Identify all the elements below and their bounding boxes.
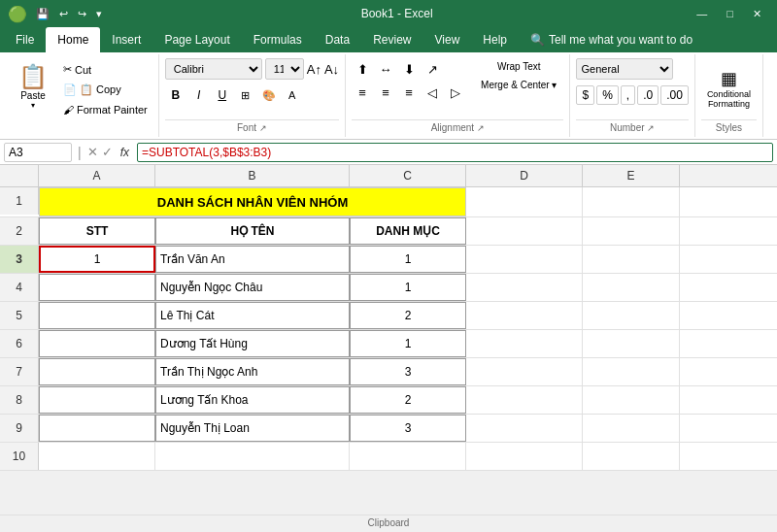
redo-icon[interactable]: ↪ bbox=[75, 7, 89, 21]
cell-9b[interactable]: Nguyễn Thị Loan bbox=[155, 415, 350, 442]
orientation-button[interactable]: ↗ bbox=[422, 58, 443, 80]
align-center-button[interactable]: ≡ bbox=[375, 82, 396, 103]
tab-page-layout[interactable]: Page Layout bbox=[152, 27, 241, 52]
cell-6d[interactable] bbox=[466, 330, 583, 357]
cell-7b[interactable]: Trần Thị Ngọc Anh bbox=[155, 358, 350, 385]
font-color-button[interactable]: A bbox=[282, 84, 303, 106]
cell-7d[interactable] bbox=[466, 358, 583, 385]
cell-9e[interactable] bbox=[583, 415, 680, 442]
cell-6c[interactable]: 1 bbox=[350, 330, 466, 357]
format-painter-button[interactable]: 🖌 Format Painter bbox=[58, 101, 152, 118]
cell-5d[interactable] bbox=[466, 302, 583, 329]
cell-10e[interactable] bbox=[583, 443, 680, 470]
font-size-select[interactable]: 11 bbox=[265, 58, 304, 80]
row-num-8[interactable]: 8 bbox=[0, 386, 39, 414]
maximize-btn[interactable]: □ bbox=[719, 6, 741, 22]
decimal-decrease-button[interactable]: .00 bbox=[660, 85, 689, 105]
cell-10c[interactable] bbox=[350, 443, 466, 470]
cell-4a[interactable] bbox=[39, 274, 155, 301]
tab-data[interactable]: Data bbox=[314, 27, 361, 52]
cell-8b[interactable]: Lương Tấn Khoa bbox=[155, 386, 350, 414]
cell-6b[interactable]: Dương Tất Hùng bbox=[155, 330, 350, 357]
cell-3a[interactable]: 1 bbox=[39, 246, 155, 273]
col-header-c[interactable]: C bbox=[350, 165, 466, 186]
customize-icon[interactable]: ▾ bbox=[93, 7, 105, 21]
percent-button[interactable]: % bbox=[596, 85, 619, 105]
col-header-a[interactable]: A bbox=[39, 165, 155, 186]
confirm-icon[interactable]: ✓ bbox=[102, 145, 113, 159]
title-cell[interactable]: DANH SÁCH NHÂN VIÊN NHÓM bbox=[39, 187, 466, 216]
tab-formulas[interactable]: Formulas bbox=[242, 27, 314, 52]
cell-6a[interactable] bbox=[39, 330, 155, 357]
cell-4b[interactable]: Nguyễn Ngọc Châu bbox=[155, 274, 350, 301]
cell-8a[interactable] bbox=[39, 386, 155, 414]
row-num-3[interactable]: 3 bbox=[0, 246, 39, 273]
cell-6e[interactable] bbox=[583, 330, 680, 357]
col-header-b[interactable]: B bbox=[155, 165, 350, 186]
cell-9c[interactable]: 3 bbox=[350, 415, 466, 442]
tab-home[interactable]: Home bbox=[46, 27, 100, 52]
italic-button[interactable]: I bbox=[188, 84, 210, 106]
conditional-formatting-button[interactable]: ▦ Conditional Formatting bbox=[701, 60, 757, 116]
cell-5a[interactable] bbox=[39, 302, 155, 329]
wrap-text-button[interactable]: Wrap Text bbox=[474, 58, 563, 75]
font-family-select[interactable]: Calibri bbox=[165, 58, 262, 80]
align-middle-button[interactable]: ↔ bbox=[375, 58, 396, 80]
cell-7e[interactable] bbox=[583, 358, 680, 385]
indent-decrease-button[interactable]: ◁ bbox=[422, 82, 443, 103]
cell-1e[interactable] bbox=[583, 187, 680, 216]
undo-icon[interactable]: ↩ bbox=[56, 7, 71, 21]
bold-button[interactable]: B bbox=[165, 84, 186, 106]
align-top-button[interactable]: ⬆ bbox=[352, 58, 373, 80]
save-icon[interactable]: 💾 bbox=[33, 7, 52, 21]
row-num-2[interactable]: 2 bbox=[0, 217, 39, 245]
cell-10b[interactable] bbox=[155, 443, 350, 470]
cell-3b[interactable]: Trần Văn An bbox=[155, 246, 350, 273]
header-stt[interactable]: STT bbox=[39, 217, 155, 245]
cell-10d[interactable] bbox=[466, 443, 583, 470]
cell-9d[interactable] bbox=[466, 415, 583, 442]
cell-7a[interactable] bbox=[39, 358, 155, 385]
cell-3d[interactable] bbox=[466, 246, 583, 273]
comma-button[interactable]: , bbox=[621, 85, 635, 105]
cell-5c[interactable]: 2 bbox=[350, 302, 466, 329]
row-num-7[interactable]: 7 bbox=[0, 358, 39, 385]
tab-file[interactable]: File bbox=[4, 27, 46, 52]
fill-color-button[interactable]: 🎨 bbox=[258, 84, 280, 106]
paste-button[interactable]: 📋 Paste ▾ bbox=[10, 58, 56, 115]
cell-2d[interactable] bbox=[466, 217, 583, 245]
cell-7c[interactable]: 3 bbox=[350, 358, 466, 385]
cell-4d[interactable] bbox=[466, 274, 583, 301]
cell-9a[interactable] bbox=[39, 415, 155, 442]
cell-5e[interactable] bbox=[583, 302, 680, 329]
tab-review[interactable]: Review bbox=[361, 27, 422, 52]
copy-button[interactable]: 📄 📋 Copy bbox=[58, 81, 152, 99]
font-grow-icon[interactable]: A↑ bbox=[307, 62, 321, 77]
cell-3e[interactable] bbox=[583, 246, 680, 273]
cell-10a[interactable] bbox=[39, 443, 155, 470]
tab-help[interactable]: Help bbox=[471, 27, 519, 52]
cell-4e[interactable] bbox=[583, 274, 680, 301]
tab-search[interactable]: 🔍 Tell me what you want to do bbox=[519, 27, 704, 52]
cell-5b[interactable]: Lê Thị Cát bbox=[155, 302, 350, 329]
decimal-increase-button[interactable]: .0 bbox=[637, 85, 659, 105]
tab-insert[interactable]: Insert bbox=[100, 27, 152, 52]
align-bottom-button[interactable]: ⬇ bbox=[398, 58, 420, 80]
cancel-icon[interactable]: ✕ bbox=[87, 145, 98, 159]
minimize-btn[interactable]: — bbox=[689, 6, 715, 22]
cut-button[interactable]: ✂ Cut bbox=[58, 60, 152, 79]
header-name[interactable]: HỌ TÊN bbox=[155, 217, 350, 245]
accounting-button[interactable]: $ bbox=[576, 85, 594, 105]
cell-4c[interactable]: 1 bbox=[350, 274, 466, 301]
formula-input[interactable] bbox=[137, 143, 773, 162]
font-shrink-icon[interactable]: A↓ bbox=[324, 62, 339, 77]
cell-3c[interactable]: 1 bbox=[350, 246, 466, 273]
row-num-9[interactable]: 9 bbox=[0, 415, 39, 442]
col-header-e[interactable]: E bbox=[583, 165, 680, 186]
close-btn[interactable]: ✕ bbox=[745, 6, 769, 22]
border-button[interactable]: ⊞ bbox=[235, 84, 256, 106]
indent-increase-button[interactable]: ▷ bbox=[445, 82, 466, 103]
cell-8d[interactable] bbox=[466, 386, 583, 414]
row-num-4[interactable]: 4 bbox=[0, 274, 39, 301]
col-header-d[interactable]: D bbox=[466, 165, 583, 186]
